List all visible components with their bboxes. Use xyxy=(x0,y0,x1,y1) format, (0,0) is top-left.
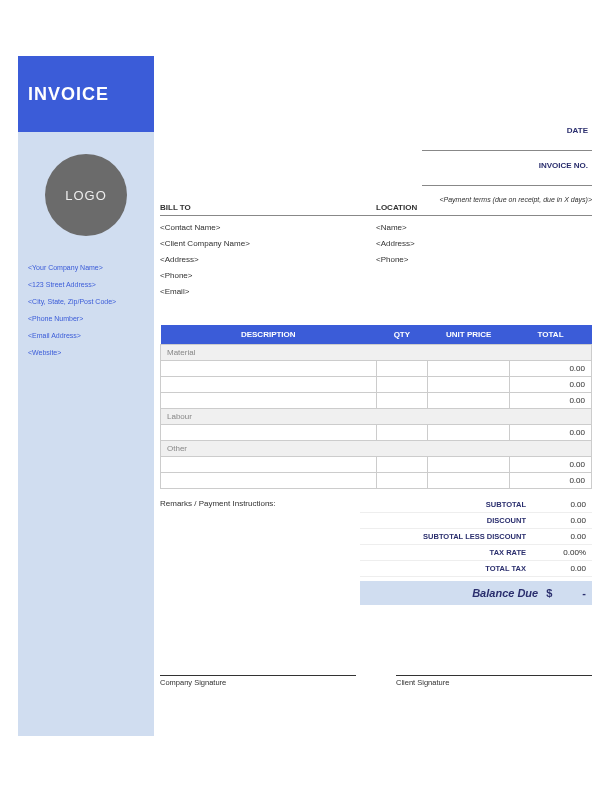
date-label: DATE xyxy=(422,126,592,135)
header-unit-price: UNIT PRICE xyxy=(428,325,510,345)
bill-to-section: BILL TO <Contact Name> <Client Company N… xyxy=(160,203,376,303)
table-row: 0.00 xyxy=(161,377,592,393)
table-row: 0.00 xyxy=(161,473,592,489)
table-row: 0.00 xyxy=(161,425,592,441)
billto-address: <Address> xyxy=(160,255,376,264)
section-labour: Labour xyxy=(161,409,592,425)
sidebar: INVOICE LOGO <Your Company Name> <123 St… xyxy=(18,56,154,736)
table-row: 0.00 xyxy=(161,361,592,377)
section-other: Other xyxy=(161,441,592,457)
header-qty: QTY xyxy=(376,325,428,345)
company-email: <Email Address> xyxy=(28,332,144,339)
invoice-no-label: INVOICE NO. xyxy=(422,161,592,170)
subtotal-row: SUBTOTAL0.00 xyxy=(360,497,592,513)
main-content: DATE INVOICE NO. <Payment terms (due on … xyxy=(160,56,592,687)
balance-due-row: Balance Due $ - xyxy=(360,581,592,605)
table-header-row: DESCRIPTION QTY UNIT PRICE TOTAL xyxy=(161,325,592,345)
discount-row: DISCOUNT0.00 xyxy=(360,513,592,529)
date-value-line[interactable] xyxy=(422,137,592,151)
header-total: TOTAL xyxy=(510,325,592,345)
company-signature: Company Signature xyxy=(160,675,356,687)
tax-rate-row: TAX RATE0.00% xyxy=(360,545,592,561)
bill-to-label: BILL TO xyxy=(160,203,376,216)
doc-title: INVOICE xyxy=(28,84,109,105)
payment-terms: <Payment terms (due on receipt, due in X… xyxy=(422,196,592,203)
logo-placeholder: LOGO xyxy=(45,154,127,236)
invoice-no-field: INVOICE NO. xyxy=(422,161,592,186)
location-label: LOCATION xyxy=(376,203,592,216)
date-field: DATE xyxy=(422,126,592,151)
billto-company: <Client Company Name> xyxy=(160,239,376,248)
company-website: <Website> xyxy=(28,349,144,356)
totals-section: SUBTOTAL0.00 DISCOUNT0.00 SUBTOTAL LESS … xyxy=(360,497,592,605)
table-row: 0.00 xyxy=(161,393,592,409)
company-info: <Your Company Name> <123 Street Address>… xyxy=(18,264,154,356)
subtotal-less-row: SUBTOTAL LESS DISCOUNT0.00 xyxy=(360,529,592,545)
header-description: DESCRIPTION xyxy=(161,325,377,345)
location-section: LOCATION <Name> <Address> <Phone> xyxy=(376,203,592,303)
invoice-meta: DATE INVOICE NO. <Payment terms (due on … xyxy=(422,126,592,203)
sidebar-header: INVOICE xyxy=(18,56,154,132)
billto-contact: <Contact Name> xyxy=(160,223,376,232)
section-material: Material xyxy=(161,345,592,361)
line-items-table: DESCRIPTION QTY UNIT PRICE TOTAL Materia… xyxy=(160,325,592,489)
billto-phone: <Phone> xyxy=(160,271,376,280)
invoice-no-value-line[interactable] xyxy=(422,172,592,186)
location-address: <Address> xyxy=(376,239,592,248)
table-row: 0.00 xyxy=(161,457,592,473)
location-phone: <Phone> xyxy=(376,255,592,264)
billto-email: <Email> xyxy=(160,287,376,296)
company-name: <Your Company Name> xyxy=(28,264,144,271)
total-tax-row: TOTAL TAX0.00 xyxy=(360,561,592,577)
client-signature: Client Signature xyxy=(396,675,592,687)
logo-text: LOGO xyxy=(65,188,107,203)
location-name: <Name> xyxy=(376,223,592,232)
company-address: <123 Street Address> xyxy=(28,281,144,288)
signatures: Company Signature Client Signature xyxy=(160,675,592,687)
client-signature-label: Client Signature xyxy=(396,675,592,687)
company-signature-label: Company Signature xyxy=(160,675,356,687)
company-city: <City, State, Zip/Post Code> xyxy=(28,298,144,305)
remarks-label: Remarks / Payment Instructions: xyxy=(160,497,360,605)
company-phone: <Phone Number> xyxy=(28,315,144,322)
